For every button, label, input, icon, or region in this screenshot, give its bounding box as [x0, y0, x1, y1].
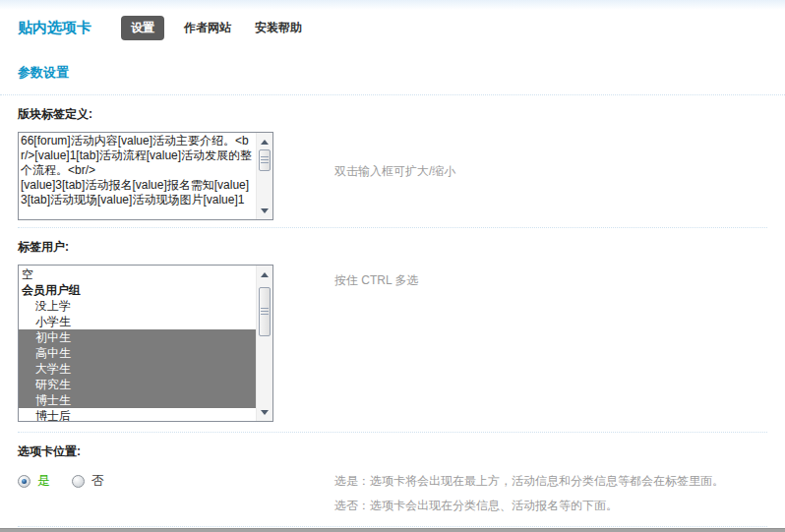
section-divider [18, 526, 767, 527]
tab-position-label: 选项卡位置: [18, 443, 767, 460]
textarea-scrollbar-thumb[interactable] [259, 149, 271, 171]
page-header: 贴内选项卡 设置 作者网站 安装帮助 [0, 0, 785, 40]
listbox-scrollbar-thumb[interactable] [259, 287, 271, 336]
radio-label[interactable]: 是 [37, 472, 50, 490]
listbox-option[interactable]: 空 [19, 266, 256, 282]
listbox-option[interactable]: 初中生 [19, 329, 256, 345]
scroll-up-icon[interactable] [257, 267, 272, 281]
tag-users-options: 空会员用户组没上学小学生初中生高中生大学生研究生博士生博士后 [19, 266, 256, 421]
tab-author-site[interactable]: 作者网站 [184, 20, 231, 36]
header-tabs: 设置 作者网站 安装帮助 [121, 16, 326, 40]
tab-position-radio[interactable]: 是 [18, 472, 50, 490]
listbox-option[interactable]: 高中生 [19, 345, 256, 361]
scroll-down-icon[interactable] [257, 204, 272, 217]
radio-icon[interactable] [72, 475, 85, 488]
forum-tag-def-textarea[interactable]: 66[forum]活动内容[value]活动主要介绍。<br/>[value]1… [18, 132, 273, 220]
section-title: 参数设置 [0, 64, 785, 95]
scroll-up-icon[interactable] [257, 135, 272, 148]
listbox-option[interactable]: 小学生 [19, 314, 256, 329]
radio-label[interactable]: 否 [91, 472, 104, 490]
tag-users-help: 按住 CTRL 多选 [334, 265, 419, 289]
tag-users-label: 标签用户: [18, 239, 767, 256]
forum-tag-def-help: 双击输入框可扩大/缩小 [334, 132, 455, 180]
forum-tag-def-row: 版块标签定义: 66[forum]活动内容[value]活动主要介绍。<br/>… [0, 106, 785, 228]
listbox-option[interactable]: 研究生 [19, 377, 256, 392]
radio-icon[interactable] [18, 475, 30, 488]
page-title: 贴内选项卡 [18, 19, 91, 37]
tab-install-help[interactable]: 安装帮助 [255, 20, 302, 36]
listbox-option[interactable]: 大学生 [19, 361, 256, 377]
tab-position-radiogroup: 是 否 [18, 472, 334, 490]
scroll-down-icon[interactable] [257, 405, 272, 419]
tab-settings[interactable]: 设置 [121, 16, 164, 40]
listbox-option[interactable]: 会员用户组 [19, 282, 256, 298]
tab-position-help-no: 选否：选项卡会出现在分类信息、活动报名等的下面。 [334, 494, 724, 518]
listbox-option[interactable]: 没上学 [19, 298, 256, 314]
section-divider [18, 227, 767, 228]
tag-users-listbox[interactable]: 空会员用户组没上学小学生初中生高中生大学生研究生博士生博士后 [18, 265, 273, 422]
tab-position-row: 选项卡位置: 是 否 选是：选项卡将会出现在最上方，活动信息和分类信息等都会在标… [0, 443, 785, 527]
forum-tag-def-label: 版块标签定义: [18, 106, 767, 123]
listbox-option[interactable]: 博士生 [19, 392, 256, 408]
textarea-scrollbar[interactable] [256, 133, 272, 219]
tab-position-help-yes: 选是：选项卡将会出现在最上方，活动信息和分类信息等都会在标签里面。 [334, 469, 724, 494]
listbox-option[interactable]: 博士后 [19, 408, 256, 421]
tag-users-row: 标签用户: 空会员用户组没上学小学生初中生高中生大学生研究生博士生博士后 按住 … [0, 239, 785, 433]
tab-position-help: 选是：选项卡将会出现在最上方，活动信息和分类信息等都会在标签里面。 选否：选项卡… [334, 469, 724, 518]
section-divider [18, 432, 767, 433]
tab-position-radio[interactable]: 否 [72, 472, 104, 490]
listbox-scrollbar[interactable] [256, 266, 272, 421]
forum-tag-def-value[interactable]: 66[forum]活动内容[value]活动主要介绍。<br/>[value]1… [19, 133, 256, 219]
bottom-divider [0, 528, 785, 532]
